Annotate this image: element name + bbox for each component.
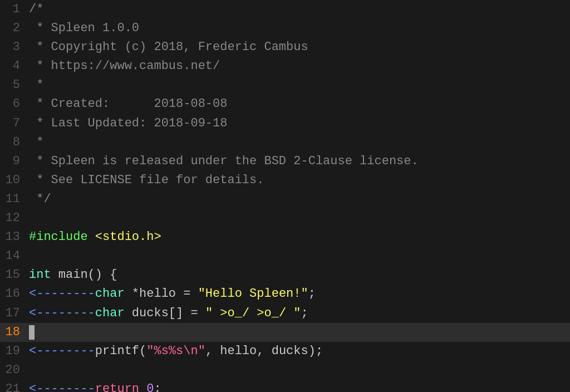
line-17: 17 <--------char ducks[] = " >o_/ >o_/ "…: [0, 304, 570, 323]
line-14: 14: [0, 247, 570, 266]
code-area: 1 /* 2 * Spleen 1.0.0 3 * Copyright (c) …: [0, 0, 570, 392]
ln-21: 21: [0, 380, 29, 392]
lc-8: *: [29, 133, 570, 152]
lc-21: <--------return 0;: [29, 380, 570, 392]
ln-16: 16: [0, 285, 29, 303]
line-16: 16 <--------char *hello = "Hello Spleen!…: [0, 285, 570, 303]
line-6: 6 * Created: 2018-08-08: [0, 95, 570, 114]
lc-13: #include <stdio.h>: [29, 228, 570, 247]
lc-7: * Last Updated: 2018-09-18: [29, 114, 570, 133]
lc-17: <--------char ducks[] = " >o_/ >o_/ ";: [29, 304, 570, 323]
lc-10: * See LICENSE file for details.: [29, 171, 570, 190]
line-8: 8 *: [0, 133, 570, 152]
line-5: 5 *: [0, 76, 570, 95]
lc-18: [29, 325, 570, 340]
line-3: 3 * Copyright (c) 2018, Frederic Cambus: [0, 38, 570, 57]
line-13: 13 #include <stdio.h>: [0, 228, 570, 247]
line-21: 21 <--------return 0;: [0, 380, 570, 392]
code-editor: 1 /* 2 * Spleen 1.0.0 3 * Copyright (c) …: [0, 0, 570, 392]
line-20: 20: [0, 361, 570, 380]
lc-6: * Created: 2018-08-08: [29, 95, 570, 114]
ln-3: 3: [0, 38, 29, 57]
ln-15: 15: [0, 266, 29, 285]
lc-2: * Spleen 1.0.0: [29, 19, 570, 38]
line-19: 19 <--------printf("%s%s\n", hello, duck…: [0, 342, 570, 361]
lc-4: * https://www.cambus.net/: [29, 57, 570, 76]
line-4: 4 * https://www.cambus.net/: [0, 57, 570, 76]
lc-15: int main() {: [29, 266, 570, 285]
text-cursor: [29, 325, 35, 340]
ln-9: 9: [0, 152, 29, 171]
lc-19: <--------printf("%s%s\n", hello, ducks);: [29, 342, 570, 361]
ln-2: 2: [0, 19, 29, 38]
ln-17: 17: [0, 304, 29, 323]
ln-14: 14: [0, 247, 29, 266]
line-2: 2 * Spleen 1.0.0: [0, 19, 570, 38]
line-15: 15 int main() {: [0, 266, 570, 285]
ln-8: 8: [0, 133, 29, 152]
line-10: 10 * See LICENSE file for details.: [0, 171, 570, 190]
line-1: 1 /*: [0, 0, 570, 19]
ln-1: 1: [0, 0, 29, 19]
line-11: 11 */: [0, 190, 570, 209]
ln-4: 4: [0, 57, 29, 76]
lc-11: */: [29, 190, 570, 209]
lc-9: * Spleen is released under the BSD 2-Cla…: [29, 152, 570, 171]
line-9: 9 * Spleen is released under the BSD 2-C…: [0, 152, 570, 171]
ln-19: 19: [0, 342, 29, 361]
lc-16: <--------char *hello = "Hello Spleen!";: [29, 285, 570, 303]
lc-5: *: [29, 76, 570, 95]
line-7: 7 * Last Updated: 2018-09-18: [0, 114, 570, 133]
lc-3: * Copyright (c) 2018, Frederic Cambus: [29, 38, 570, 57]
ln-10: 10: [0, 171, 29, 190]
ln-20: 20: [0, 361, 29, 380]
ln-5: 5: [0, 76, 29, 95]
ln-11: 11: [0, 190, 29, 209]
lc-1: /*: [29, 0, 570, 19]
line-18: 18: [0, 323, 570, 342]
ln-7: 7: [0, 114, 29, 133]
ln-13: 13: [0, 228, 29, 247]
ln-6: 6: [0, 95, 29, 114]
ln-12: 12: [0, 209, 29, 228]
ln-18: 18: [0, 323, 29, 342]
line-12: 12: [0, 209, 570, 228]
